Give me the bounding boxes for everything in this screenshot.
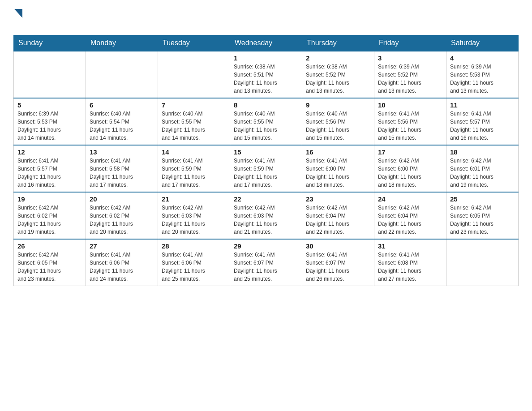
day-info: Sunrise: 6:41 AMSunset: 5:59 PMDaylight:…: [162, 157, 226, 189]
day-number: 28: [162, 242, 226, 250]
day-info: Sunrise: 6:41 AMSunset: 5:57 PMDaylight:…: [17, 157, 82, 189]
day-number: 16: [306, 148, 370, 156]
calendar-table: SundayMondayTuesdayWednesdayThursdayFrid…: [13, 35, 519, 286]
day-info: Sunrise: 6:42 AMSunset: 6:03 PMDaylight:…: [162, 204, 226, 236]
calendar-cell: 5Sunrise: 6:39 AMSunset: 5:53 PMDaylight…: [14, 98, 86, 145]
calendar-cell: 14Sunrise: 6:41 AMSunset: 5:59 PMDayligh…: [158, 145, 230, 192]
calendar-cell: 18Sunrise: 6:42 AMSunset: 6:01 PMDayligh…: [446, 145, 519, 192]
week-row-2: 5Sunrise: 6:39 AMSunset: 5:53 PMDaylight…: [14, 98, 519, 145]
calendar-cell: 24Sunrise: 6:42 AMSunset: 6:04 PMDayligh…: [374, 192, 446, 239]
day-info: Sunrise: 6:41 AMSunset: 6:07 PMDaylight:…: [306, 251, 370, 283]
header: [13, 9, 519, 30]
calendar-cell: 9Sunrise: 6:40 AMSunset: 5:56 PMDaylight…: [302, 98, 374, 145]
weekday-header-thursday: Thursday: [302, 35, 374, 51]
calendar-cell: 27Sunrise: 6:41 AMSunset: 6:06 PMDayligh…: [86, 239, 158, 286]
day-info: Sunrise: 6:39 AMSunset: 5:52 PMDaylight:…: [378, 63, 442, 95]
calendar-cell: 8Sunrise: 6:40 AMSunset: 5:55 PMDaylight…: [230, 98, 302, 145]
svg-marker-0: [14, 9, 22, 18]
day-info: Sunrise: 6:38 AMSunset: 5:51 PMDaylight:…: [234, 63, 298, 95]
calendar-cell: 20Sunrise: 6:42 AMSunset: 6:02 PMDayligh…: [86, 192, 158, 239]
day-info: Sunrise: 6:41 AMSunset: 5:58 PMDaylight:…: [90, 157, 154, 189]
week-row-3: 12Sunrise: 6:41 AMSunset: 5:57 PMDayligh…: [14, 145, 519, 192]
day-info: Sunrise: 6:41 AMSunset: 6:07 PMDaylight:…: [234, 251, 298, 283]
calendar-cell: 28Sunrise: 6:41 AMSunset: 6:06 PMDayligh…: [158, 239, 230, 286]
calendar-cell: 10Sunrise: 6:41 AMSunset: 5:56 PMDayligh…: [374, 98, 446, 145]
week-row-1: 1Sunrise: 6:38 AMSunset: 5:51 PMDaylight…: [14, 51, 519, 98]
calendar-cell: 4Sunrise: 6:39 AMSunset: 5:53 PMDaylight…: [446, 51, 519, 98]
calendar-cell: 1Sunrise: 6:38 AMSunset: 5:51 PMDaylight…: [230, 51, 302, 98]
day-info: Sunrise: 6:40 AMSunset: 5:55 PMDaylight:…: [234, 110, 298, 142]
day-number: 18: [450, 148, 515, 156]
calendar-cell: [446, 239, 519, 286]
calendar-cell: 31Sunrise: 6:41 AMSunset: 6:08 PMDayligh…: [374, 239, 446, 286]
day-number: 26: [17, 242, 82, 250]
calendar-cell: [14, 51, 86, 98]
day-info: Sunrise: 6:42 AMSunset: 6:02 PMDaylight:…: [90, 204, 154, 236]
day-info: Sunrise: 6:42 AMSunset: 6:05 PMDaylight:…: [17, 251, 82, 283]
day-number: 12: [17, 148, 82, 156]
day-info: Sunrise: 6:42 AMSunset: 6:01 PMDaylight:…: [450, 157, 515, 189]
day-info: Sunrise: 6:41 AMSunset: 6:06 PMDaylight:…: [90, 251, 154, 283]
day-number: 30: [306, 242, 370, 250]
day-number: 13: [90, 148, 154, 156]
day-info: Sunrise: 6:42 AMSunset: 6:03 PMDaylight:…: [234, 204, 298, 236]
day-number: 4: [450, 54, 515, 62]
day-info: Sunrise: 6:42 AMSunset: 6:05 PMDaylight:…: [450, 204, 515, 236]
calendar-cell: 16Sunrise: 6:41 AMSunset: 6:00 PMDayligh…: [302, 145, 374, 192]
day-info: Sunrise: 6:41 AMSunset: 5:56 PMDaylight:…: [378, 110, 442, 142]
day-number: 19: [17, 195, 82, 203]
calendar-cell: 13Sunrise: 6:41 AMSunset: 5:58 PMDayligh…: [86, 145, 158, 192]
day-number: 17: [378, 148, 442, 156]
day-number: 6: [90, 101, 154, 109]
day-number: 23: [306, 195, 370, 203]
day-info: Sunrise: 6:39 AMSunset: 5:53 PMDaylight:…: [450, 63, 515, 95]
calendar-cell: 26Sunrise: 6:42 AMSunset: 6:05 PMDayligh…: [14, 239, 86, 286]
weekday-header-tuesday: Tuesday: [158, 35, 230, 51]
weekday-header-row: SundayMondayTuesdayWednesdayThursdayFrid…: [14, 35, 519, 51]
day-info: Sunrise: 6:42 AMSunset: 6:02 PMDaylight:…: [17, 204, 82, 236]
calendar-cell: 7Sunrise: 6:40 AMSunset: 5:55 PMDaylight…: [158, 98, 230, 145]
day-number: 5: [17, 101, 82, 109]
day-info: Sunrise: 6:42 AMSunset: 6:04 PMDaylight:…: [306, 204, 370, 236]
day-number: 1: [234, 54, 298, 62]
day-info: Sunrise: 6:40 AMSunset: 5:56 PMDaylight:…: [306, 110, 370, 142]
day-info: Sunrise: 6:41 AMSunset: 6:00 PMDaylight:…: [306, 157, 370, 189]
calendar-cell: 17Sunrise: 6:42 AMSunset: 6:00 PMDayligh…: [374, 145, 446, 192]
weekday-header-monday: Monday: [86, 35, 158, 51]
day-number: 20: [90, 195, 154, 203]
calendar-cell: 3Sunrise: 6:39 AMSunset: 5:52 PMDaylight…: [374, 51, 446, 98]
calendar-cell: 12Sunrise: 6:41 AMSunset: 5:57 PMDayligh…: [14, 145, 86, 192]
day-number: 14: [162, 148, 226, 156]
calendar-cell: 22Sunrise: 6:42 AMSunset: 6:03 PMDayligh…: [230, 192, 302, 239]
logo-arrow-icon: [14, 9, 22, 18]
week-row-4: 19Sunrise: 6:42 AMSunset: 6:02 PMDayligh…: [14, 192, 519, 239]
calendar-cell: 15Sunrise: 6:41 AMSunset: 5:59 PMDayligh…: [230, 145, 302, 192]
day-number: 8: [234, 101, 298, 109]
day-number: 27: [90, 242, 154, 250]
weekday-header-wednesday: Wednesday: [230, 35, 302, 51]
day-info: Sunrise: 6:41 AMSunset: 6:08 PMDaylight:…: [378, 251, 442, 283]
day-info: Sunrise: 6:41 AMSunset: 6:06 PMDaylight:…: [162, 251, 226, 283]
day-info: Sunrise: 6:42 AMSunset: 6:00 PMDaylight:…: [378, 157, 442, 189]
day-number: 29: [234, 242, 298, 250]
calendar-cell: 11Sunrise: 6:41 AMSunset: 5:57 PMDayligh…: [446, 98, 519, 145]
day-number: 3: [378, 54, 442, 62]
calendar-cell: [158, 51, 230, 98]
day-number: 11: [450, 101, 515, 109]
day-info: Sunrise: 6:42 AMSunset: 6:04 PMDaylight:…: [378, 204, 442, 236]
day-number: 15: [234, 148, 298, 156]
day-info: Sunrise: 6:40 AMSunset: 5:54 PMDaylight:…: [90, 110, 154, 142]
day-number: 24: [378, 195, 442, 203]
calendar-cell: [86, 51, 158, 98]
calendar-cell: 6Sunrise: 6:40 AMSunset: 5:54 PMDaylight…: [86, 98, 158, 145]
day-info: Sunrise: 6:38 AMSunset: 5:52 PMDaylight:…: [306, 63, 370, 95]
calendar-cell: 2Sunrise: 6:38 AMSunset: 5:52 PMDaylight…: [302, 51, 374, 98]
calendar-cell: 23Sunrise: 6:42 AMSunset: 6:04 PMDayligh…: [302, 192, 374, 239]
calendar-cell: 21Sunrise: 6:42 AMSunset: 6:03 PMDayligh…: [158, 192, 230, 239]
day-number: 21: [162, 195, 226, 203]
day-number: 25: [450, 195, 515, 203]
calendar-cell: 25Sunrise: 6:42 AMSunset: 6:05 PMDayligh…: [446, 192, 519, 239]
day-number: 31: [378, 242, 442, 250]
day-number: 7: [162, 101, 226, 109]
day-info: Sunrise: 6:41 AMSunset: 5:57 PMDaylight:…: [450, 110, 515, 142]
